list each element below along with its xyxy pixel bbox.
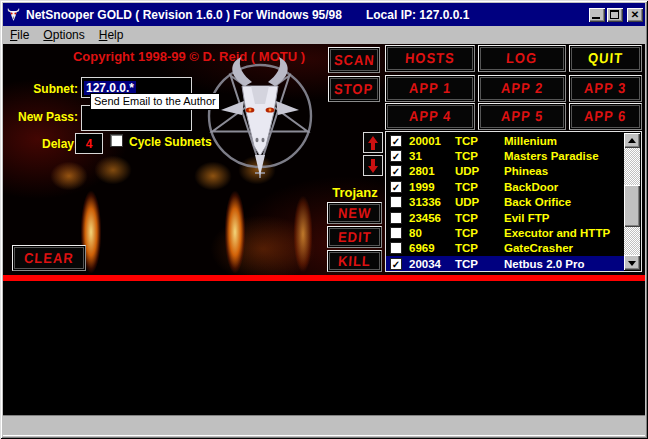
trojan-port: 6969 xyxy=(409,242,455,254)
trojan-name: Masters Paradise xyxy=(504,150,624,162)
local-ip-label: Local IP: 127.0.0.1 xyxy=(366,8,469,22)
subnet-label: Subnet: xyxy=(3,82,78,96)
trojan-protocol: UDP xyxy=(455,196,504,208)
status-bar xyxy=(3,415,645,436)
trojan-protocol: TCP xyxy=(455,150,504,162)
baphomet-pentagram-image xyxy=(195,54,325,239)
trojan-port: 20034 xyxy=(409,258,455,270)
trojan-name: Back Orifice xyxy=(504,196,624,208)
delay-label: Delay: xyxy=(3,137,78,151)
move-up-button[interactable] xyxy=(363,132,383,153)
trojan-port: 20001 xyxy=(409,135,455,147)
trojan-port: 31336 xyxy=(409,196,455,208)
minimize-button[interactable] xyxy=(589,8,605,22)
cycle-subnets-checkbox[interactable] xyxy=(110,134,123,147)
title-bar[interactable]: NetSnooper GOLD ( Revision 1.6.0 ) For W… xyxy=(3,3,645,26)
trojan-checkbox[interactable]: ✓ xyxy=(390,165,402,177)
trojan-checkbox[interactable]: ✓ xyxy=(390,181,402,193)
trojan-protocol: TCP xyxy=(455,242,504,254)
minimize-icon xyxy=(592,17,600,19)
trojan-protocol: TCP xyxy=(455,258,504,270)
trojan-row[interactable]: ✓1999TCPBackDoor xyxy=(386,179,624,194)
new-pass-label: New Pass: xyxy=(3,110,78,124)
trojan-row[interactable]: ✓20034TCPNetbus 2.0 Pro xyxy=(386,256,624,271)
menu-help[interactable]: Help xyxy=(92,27,131,43)
trojan-row[interactable]: 80TCPExecutor and HTTP xyxy=(386,225,624,240)
trojan-checkbox[interactable]: ✓ xyxy=(390,150,402,162)
trojan-protocol: TCP xyxy=(455,135,504,147)
scrollbar-thumb[interactable] xyxy=(624,185,640,227)
scrollbar-up-icon xyxy=(628,138,636,143)
menu-bar: File Options Help xyxy=(3,26,645,44)
maximize-button[interactable] xyxy=(607,8,623,22)
new-trojan-button[interactable]: NEW xyxy=(327,202,382,224)
main-panel: Copyright 1998-99 © D. Reid ( MOTU ) xyxy=(3,44,645,275)
trojan-row[interactable]: ✓31TCPMasters Paradise xyxy=(386,148,624,163)
trojan-port: 2801 xyxy=(409,165,455,177)
edit-trojan-button[interactable]: EDIT xyxy=(327,226,382,248)
trojan-checkbox[interactable]: ✓ xyxy=(390,258,402,270)
trojanz-label: Trojanz xyxy=(328,185,382,200)
trojan-name: Phineas xyxy=(504,165,624,177)
email-author-tooltip: Send Email to the Author xyxy=(90,93,220,110)
trojan-name: GateCrasher xyxy=(504,242,624,254)
trojan-checkbox[interactable] xyxy=(390,196,402,208)
trojan-checkbox[interactable] xyxy=(390,242,402,254)
app6-button[interactable]: APP 6 xyxy=(569,103,642,130)
trojan-port: 31 xyxy=(409,150,455,162)
menu-options[interactable]: Options xyxy=(36,27,91,43)
app-window: NetSnooper GOLD ( Revision 1.6.0 ) For W… xyxy=(0,0,648,439)
scan-log-area[interactable] xyxy=(3,281,645,415)
app4-button[interactable]: APP 4 xyxy=(385,103,475,130)
delay-value: 4 xyxy=(86,137,93,151)
stop-button[interactable]: STOP xyxy=(328,76,380,102)
clear-button[interactable]: CLEAR xyxy=(12,245,86,271)
close-icon: ✕ xyxy=(627,8,643,22)
move-down-button[interactable] xyxy=(363,155,383,176)
up-arrow-icon xyxy=(366,135,380,151)
goat-app-icon xyxy=(6,7,21,22)
trojan-rows: ✓20001TCPMillenium✓31TCPMasters Paradise… xyxy=(386,133,624,272)
window-title: NetSnooper GOLD ( Revision 1.6.0 ) For W… xyxy=(26,8,342,22)
trojan-protocol: UDP xyxy=(455,165,504,177)
cycle-subnets-label: Cycle Subnets xyxy=(129,135,212,149)
trojan-protocol: TCP xyxy=(455,212,504,224)
trojan-name: Executor and HTTP xyxy=(504,227,624,239)
trojan-name: Netbus 2.0 Pro xyxy=(504,258,624,270)
trojan-port: 1999 xyxy=(409,181,455,193)
trojan-name: BackDoor xyxy=(504,181,624,193)
trojan-protocol: TCP xyxy=(455,181,504,193)
trojan-name: Evil FTP xyxy=(504,212,624,224)
trojan-name: Millenium xyxy=(504,135,624,147)
menu-file[interactable]: File xyxy=(3,27,36,43)
app5-button[interactable]: APP 5 xyxy=(478,103,566,130)
close-button[interactable]: ✕ xyxy=(627,8,643,22)
trojan-row[interactable]: ✓2801UDPPhineas xyxy=(386,164,624,179)
trojan-protocol: TCP xyxy=(455,227,504,239)
hosts-button[interactable]: HOSTS xyxy=(385,45,475,72)
scrollbar-up-button[interactable] xyxy=(624,133,640,148)
trojan-row[interactable]: 31336UDPBack Orifice xyxy=(386,195,624,210)
app1-button[interactable]: APP 1 xyxy=(385,75,475,102)
delay-input[interactable]: 4 xyxy=(75,133,103,154)
log-button[interactable]: LOG xyxy=(478,45,566,72)
kill-trojan-button[interactable]: KILL xyxy=(327,250,382,272)
trojan-checkbox[interactable] xyxy=(390,227,402,239)
trojan-port: 80 xyxy=(409,227,455,239)
trojan-checkbox[interactable]: ✓ xyxy=(390,135,402,147)
app2-button[interactable]: APP 2 xyxy=(478,75,566,102)
app3-button[interactable]: APP 3 xyxy=(569,75,642,102)
trojan-row[interactable]: ✓20001TCPMillenium xyxy=(386,133,624,148)
scrollbar-down-icon xyxy=(628,261,636,266)
trojan-checkbox[interactable] xyxy=(390,212,402,224)
scan-button[interactable]: SCAN xyxy=(328,47,380,73)
scrollbar-down-button[interactable] xyxy=(624,255,640,270)
down-arrow-icon xyxy=(366,158,380,174)
trojan-row[interactable]: 6969TCPGateCrasher xyxy=(386,241,624,256)
trojan-list-scrollbar[interactable] xyxy=(624,133,640,270)
maximize-icon xyxy=(610,10,619,19)
trojan-list[interactable]: ✓20001TCPMillenium✓31TCPMasters Paradise… xyxy=(385,131,642,272)
quit-button[interactable]: QUIT xyxy=(569,45,642,72)
trojan-port: 23456 xyxy=(409,212,455,224)
trojan-row[interactable]: 23456TCPEvil FTP xyxy=(386,210,624,225)
